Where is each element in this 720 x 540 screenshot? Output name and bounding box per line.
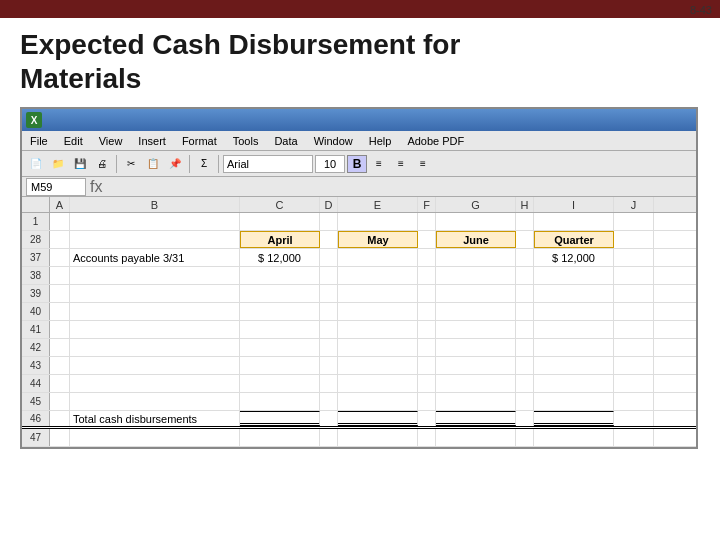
cell-46-g[interactable] <box>436 411 516 426</box>
cell-47-b[interactable] <box>70 429 240 446</box>
cell-46-b-label[interactable]: Total cash disbursements <box>70 411 240 426</box>
cell-41-g[interactable] <box>436 321 516 338</box>
cell-1-f[interactable] <box>418 213 436 230</box>
cell-42-b[interactable] <box>70 339 240 356</box>
cell-42-e[interactable] <box>338 339 418 356</box>
align-left-button[interactable]: ≡ <box>369 154 389 174</box>
cell-28-d[interactable] <box>320 231 338 248</box>
cell-40-g[interactable] <box>436 303 516 320</box>
cell-28-c-april[interactable]: April <box>240 231 320 248</box>
cell-43-i[interactable] <box>534 357 614 374</box>
cell-37-f[interactable] <box>418 249 436 266</box>
cell-40-e[interactable] <box>338 303 418 320</box>
cell-28-g-june[interactable]: June <box>436 231 516 248</box>
cell-41-c[interactable] <box>240 321 320 338</box>
cell-38-h[interactable] <box>516 267 534 284</box>
cell-28-h[interactable] <box>516 231 534 248</box>
cell-39-j[interactable] <box>614 285 654 302</box>
cell-37-c-value[interactable]: $ 12,000 <box>240 249 320 266</box>
cell-40-h[interactable] <box>516 303 534 320</box>
cell-39-b[interactable] <box>70 285 240 302</box>
cell-44-b[interactable] <box>70 375 240 392</box>
cell-1-g[interactable] <box>436 213 516 230</box>
cell-39-c[interactable] <box>240 285 320 302</box>
menu-edit[interactable]: Edit <box>60 134 87 148</box>
cell-44-h[interactable] <box>516 375 534 392</box>
cell-1-e[interactable] <box>338 213 418 230</box>
cell-28-e-may[interactable]: May <box>338 231 418 248</box>
cell-1-c[interactable] <box>240 213 320 230</box>
cell-47-h[interactable] <box>516 429 534 446</box>
cell-40-j[interactable] <box>614 303 654 320</box>
menu-file[interactable]: File <box>26 134 52 148</box>
cell-43-e[interactable] <box>338 357 418 374</box>
cell-41-b[interactable] <box>70 321 240 338</box>
cell-40-f[interactable] <box>418 303 436 320</box>
cell-39-h[interactable] <box>516 285 534 302</box>
cell-41-j[interactable] <box>614 321 654 338</box>
menu-data[interactable]: Data <box>270 134 301 148</box>
print-button[interactable]: 🖨 <box>92 154 112 174</box>
align-center-button[interactable]: ≡ <box>391 154 411 174</box>
open-button[interactable]: 📁 <box>48 154 68 174</box>
cell-45-i[interactable] <box>534 393 614 410</box>
cell-39-e[interactable] <box>338 285 418 302</box>
cell-41-i[interactable] <box>534 321 614 338</box>
cell-41-h[interactable] <box>516 321 534 338</box>
cell-39-f[interactable] <box>418 285 436 302</box>
cell-45-g[interactable] <box>436 393 516 410</box>
cell-47-g[interactable] <box>436 429 516 446</box>
cell-1-b[interactable] <box>70 213 240 230</box>
cell-1-i[interactable] <box>534 213 614 230</box>
cell-47-a[interactable] <box>50 429 70 446</box>
cell-44-e[interactable] <box>338 375 418 392</box>
cell-28-a[interactable] <box>50 231 70 248</box>
cell-45-h[interactable] <box>516 393 534 410</box>
cell-37-j[interactable] <box>614 249 654 266</box>
cell-40-d[interactable] <box>320 303 338 320</box>
cell-46-h[interactable] <box>516 411 534 426</box>
cell-44-g[interactable] <box>436 375 516 392</box>
cell-43-h[interactable] <box>516 357 534 374</box>
new-button[interactable]: 📄 <box>26 154 46 174</box>
bold-button[interactable]: B <box>347 155 367 173</box>
cell-41-f[interactable] <box>418 321 436 338</box>
cell-47-j[interactable] <box>614 429 654 446</box>
cell-41-d[interactable] <box>320 321 338 338</box>
cell-46-a[interactable] <box>50 411 70 426</box>
cell-43-d[interactable] <box>320 357 338 374</box>
menu-tools[interactable]: Tools <box>229 134 263 148</box>
cell-45-d[interactable] <box>320 393 338 410</box>
cell-38-c[interactable] <box>240 267 320 284</box>
cell-38-f[interactable] <box>418 267 436 284</box>
menu-adobe-pdf[interactable]: Adobe PDF <box>403 134 468 148</box>
cell-41-a[interactable] <box>50 321 70 338</box>
cell-38-g[interactable] <box>436 267 516 284</box>
cell-43-g[interactable] <box>436 357 516 374</box>
cell-38-i[interactable] <box>534 267 614 284</box>
cell-42-i[interactable] <box>534 339 614 356</box>
cell-46-f[interactable] <box>418 411 436 426</box>
cell-42-j[interactable] <box>614 339 654 356</box>
cell-43-c[interactable] <box>240 357 320 374</box>
cell-1-d[interactable] <box>320 213 338 230</box>
cell-45-b[interactable] <box>70 393 240 410</box>
cell-37-b-label[interactable]: Accounts payable 3/31 <box>70 249 240 266</box>
cell-42-c[interactable] <box>240 339 320 356</box>
cell-43-a[interactable] <box>50 357 70 374</box>
cell-37-e[interactable] <box>338 249 418 266</box>
menu-insert[interactable]: Insert <box>134 134 170 148</box>
cell-47-e[interactable] <box>338 429 418 446</box>
cell-45-a[interactable] <box>50 393 70 410</box>
menu-format[interactable]: Format <box>178 134 221 148</box>
cell-37-d[interactable] <box>320 249 338 266</box>
cell-44-f[interactable] <box>418 375 436 392</box>
cell-1-h[interactable] <box>516 213 534 230</box>
cell-44-c[interactable] <box>240 375 320 392</box>
cell-38-d[interactable] <box>320 267 338 284</box>
cell-42-a[interactable] <box>50 339 70 356</box>
cell-39-g[interactable] <box>436 285 516 302</box>
menu-help[interactable]: Help <box>365 134 396 148</box>
cell-42-h[interactable] <box>516 339 534 356</box>
menu-window[interactable]: Window <box>310 134 357 148</box>
